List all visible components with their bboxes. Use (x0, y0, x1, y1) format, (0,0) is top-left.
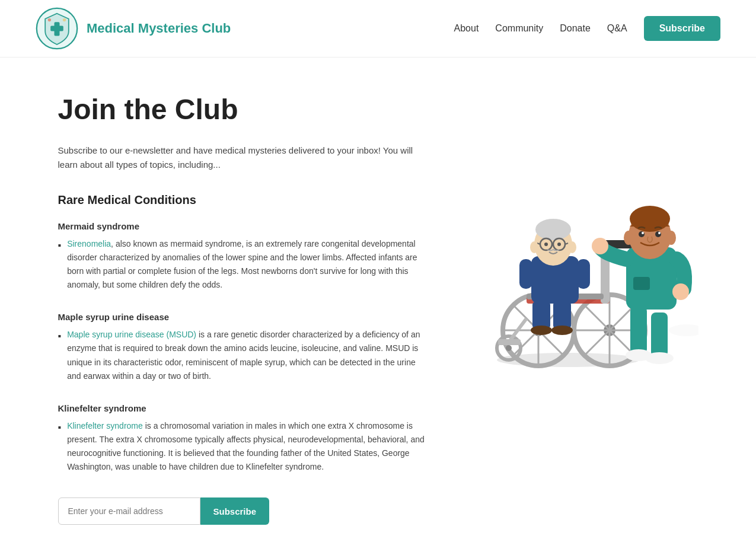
svg-point-57 (655, 231, 661, 237)
bullet-square-mermaid: ▪ (58, 238, 62, 292)
svg-point-3 (48, 18, 51, 21)
nav-donate[interactable]: Donate (560, 23, 591, 34)
svg-point-28 (551, 326, 573, 335)
klinefelter-link[interactable]: Klinefelter syndrome (67, 421, 143, 430)
bullet-square-klinefelter: ▪ (58, 420, 62, 474)
svg-rect-51 (633, 277, 650, 290)
logo-link[interactable]: Medical Mysteries Club (36, 7, 231, 50)
bullet-mermaid-text: Sirenomelia, also known as mermaid syndr… (67, 237, 425, 292)
header-subscribe-button[interactable]: Subscribe (644, 16, 720, 41)
section-heading: Rare Medical Conditions (58, 193, 426, 207)
svg-point-62 (669, 324, 698, 336)
msud-link[interactable]: Maple syrup urine disease (MSUD) (67, 330, 196, 339)
intro-text: Subscribe to our e-newsletter and have m… (58, 143, 426, 172)
bullet-mermaid: ▪ Sirenomelia, also known as mermaid syn… (58, 237, 426, 292)
svg-rect-2 (50, 26, 63, 31)
form-subscribe-button[interactable]: Subscribe (200, 497, 270, 525)
logo-icon (36, 7, 78, 50)
svg-point-59 (658, 232, 661, 234)
svg-point-61 (666, 231, 676, 245)
mermaid-desc: , also known as mermaid syndrome, is an … (67, 239, 417, 289)
main-content: Join the Club Subscribe to our e-newslet… (58, 93, 426, 539)
svg-rect-24 (498, 339, 521, 345)
email-input[interactable] (58, 497, 200, 525)
svg-rect-42 (577, 259, 590, 289)
svg-point-53 (592, 238, 608, 254)
medical-illustration (449, 129, 698, 378)
svg-point-27 (531, 326, 552, 335)
svg-point-58 (642, 232, 644, 234)
svg-point-55 (630, 206, 670, 232)
bullet-klinefelter-text: Klinefelter syndrome is a chromosomal va… (67, 419, 425, 474)
nav-community[interactable]: Community (495, 23, 543, 34)
condition-title-klinefelter: Klinefelter syndrome (58, 403, 426, 413)
svg-point-60 (624, 231, 633, 245)
svg-point-39 (530, 241, 538, 253)
condition-mermaid: Mermaid syndrome ▪ Sirenomelia, also kno… (58, 221, 426, 292)
page-title: Join the Club (58, 93, 426, 126)
svg-point-38 (557, 243, 561, 246)
svg-rect-47 (651, 312, 668, 357)
condition-klinefelter: Klinefelter syndrome ▪ Klinefelter syndr… (58, 403, 426, 474)
condition-msud: Maple syrup urine disease ▪ Maple syrup … (58, 312, 426, 382)
svg-rect-25 (532, 302, 550, 328)
svg-point-31 (535, 219, 571, 240)
bullet-square-msud: ▪ (58, 328, 62, 382)
nav-qanda[interactable]: Q&A (607, 23, 627, 34)
nav-about[interactable]: About (454, 23, 479, 34)
condition-title-msud: Maple syrup urine disease (58, 312, 426, 322)
site-title: Medical Mysteries Club (87, 21, 231, 36)
svg-point-56 (639, 231, 645, 237)
subscribe-form: Subscribe (58, 497, 426, 525)
svg-point-49 (645, 352, 674, 364)
svg-rect-26 (553, 302, 571, 328)
svg-point-52 (672, 283, 689, 300)
svg-point-19 (506, 345, 512, 351)
bullet-msud-text: Maple syrup urine disease (MSUD) is a ra… (67, 328, 425, 382)
svg-point-40 (568, 241, 576, 253)
svg-rect-41 (519, 259, 532, 289)
svg-rect-46 (630, 307, 647, 354)
condition-title-mermaid: Mermaid syndrome (58, 221, 426, 231)
bullet-msud: ▪ Maple syrup urine disease (MSUD) is a … (58, 328, 426, 382)
illustration-area (449, 93, 698, 539)
bullet-klinefelter: ▪ Klinefelter syndrome is a chromosomal … (58, 419, 426, 474)
sirenomelia-link[interactable]: Sirenomelia (67, 239, 111, 248)
main-nav: About Community Donate Q&A Subscribe (454, 16, 720, 41)
svg-point-4 (63, 18, 66, 21)
svg-point-37 (544, 243, 548, 246)
